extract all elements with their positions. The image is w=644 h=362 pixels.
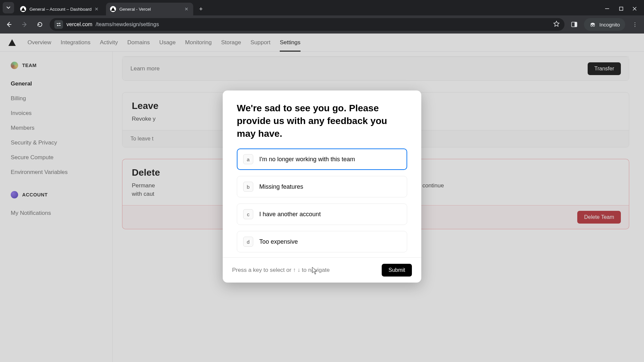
svg-rect-3 bbox=[620, 7, 623, 10]
option-label: I have another account bbox=[259, 211, 321, 218]
key-hint: b bbox=[243, 182, 253, 192]
option-label: I'm no longer working with this team bbox=[259, 156, 355, 163]
close-icon[interactable]: ✕ bbox=[94, 6, 99, 12]
minimize-icon[interactable] bbox=[605, 6, 610, 12]
keyboard-hint: Press a key to select or ↑ ↓ to navigate bbox=[232, 267, 330, 274]
tab-search-button[interactable] bbox=[3, 2, 14, 13]
svg-rect-5 bbox=[59, 25, 61, 26]
svg-rect-2 bbox=[605, 8, 609, 9]
option-label: Too expensive bbox=[259, 238, 298, 245]
svg-point-11 bbox=[593, 25, 595, 26]
svg-point-6 bbox=[59, 23, 60, 24]
incognito-icon bbox=[589, 21, 596, 28]
arrow-right-icon bbox=[21, 21, 28, 28]
feedback-option-a[interactable]: a I'm no longer working with this team bbox=[237, 148, 407, 170]
browser-tab-title: General - Vercel bbox=[119, 7, 184, 12]
submit-button[interactable]: Submit bbox=[382, 264, 412, 277]
incognito-indicator[interactable]: Incognito bbox=[584, 18, 625, 31]
address-bar[interactable]: vercel.com/teams/newdesign/settings bbox=[50, 18, 565, 31]
reload-button[interactable] bbox=[34, 19, 46, 30]
key-hint: c bbox=[243, 209, 253, 219]
window-close-icon[interactable] bbox=[633, 6, 637, 12]
maximize-icon[interactable] bbox=[619, 6, 623, 12]
site-controls-icon[interactable] bbox=[54, 20, 63, 29]
svg-rect-9 bbox=[575, 22, 577, 27]
modal-title: We're sad to see you go. Please provide … bbox=[237, 102, 407, 140]
forward-button[interactable] bbox=[19, 19, 30, 30]
side-panel-button[interactable] bbox=[569, 19, 580, 30]
browser-tab-1[interactable]: General - Vercel ✕ bbox=[106, 3, 193, 15]
panel-icon bbox=[571, 21, 577, 27]
svg-rect-4 bbox=[57, 23, 59, 24]
address-host: vercel.com bbox=[66, 21, 92, 27]
star-icon bbox=[553, 20, 560, 27]
key-hint: a bbox=[243, 154, 253, 164]
browser-tab-title: General – Account – Dashboard bbox=[30, 7, 94, 12]
svg-point-10 bbox=[591, 25, 592, 26]
feedback-modal: We're sad to see you go. Please provide … bbox=[223, 90, 421, 283]
address-path: /teams/newdesign/settings bbox=[96, 21, 159, 27]
modal-footer: Press a key to select or ↑ ↓ to navigate… bbox=[223, 257, 421, 283]
feedback-option-b[interactable]: b Missing features bbox=[237, 176, 407, 197]
incognito-label: Incognito bbox=[599, 22, 620, 27]
browser-tab-0[interactable]: General – Account – Dashboard ✕ bbox=[16, 3, 103, 15]
close-icon[interactable]: ✕ bbox=[184, 6, 189, 12]
new-tab-button[interactable]: + bbox=[196, 4, 206, 14]
back-button[interactable] bbox=[3, 19, 15, 30]
vercel-favicon bbox=[110, 6, 116, 12]
reload-icon bbox=[37, 21, 43, 28]
page-root: Overview Integrations Activity Domains U… bbox=[0, 34, 644, 362]
feedback-option-d[interactable]: d Too expensive bbox=[237, 231, 407, 252]
modal-scroll-area[interactable]: We're sad to see you go. Please provide … bbox=[223, 90, 421, 257]
feedback-option-c[interactable]: c I have another account bbox=[237, 203, 407, 225]
bookmark-button[interactable] bbox=[553, 20, 560, 28]
arrow-left-icon bbox=[6, 21, 12, 28]
vercel-favicon bbox=[20, 6, 26, 12]
chevron-down-icon bbox=[6, 6, 10, 10]
svg-point-7 bbox=[57, 25, 58, 26]
browser-titlebar: General – Account – Dashboard ✕ General … bbox=[0, 0, 644, 15]
browser-menu-button[interactable]: ⋮ bbox=[629, 21, 641, 28]
key-hint: d bbox=[243, 237, 253, 247]
browser-toolbar: vercel.com/teams/newdesign/settings Inco… bbox=[0, 15, 644, 34]
option-label: Missing features bbox=[259, 183, 303, 190]
